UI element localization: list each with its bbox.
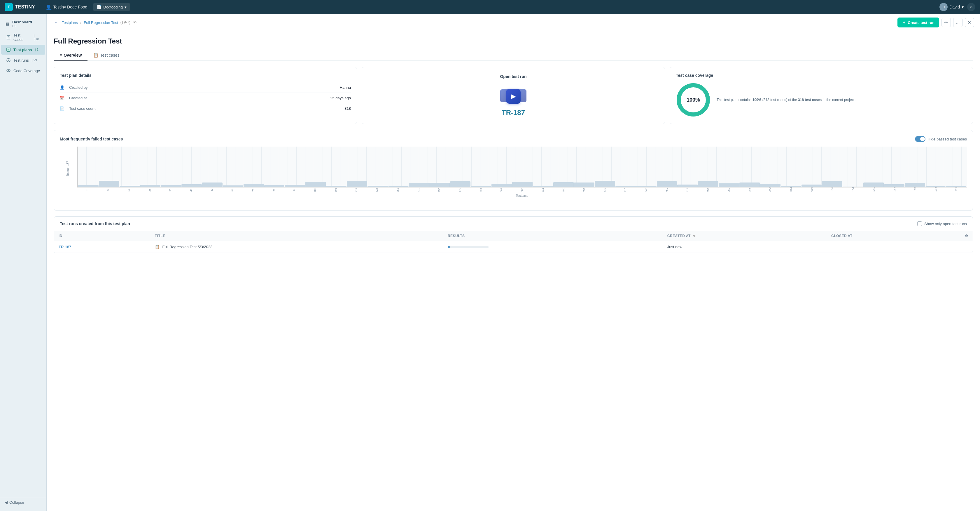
environment-selector[interactable]: 📄 Dogfooding ▾ [93, 3, 130, 11]
test-plans-label: Test plans [13, 48, 32, 52]
create-test-run-button[interactable]: ＋ Create test run [897, 18, 939, 27]
clipboard-icon [6, 35, 11, 40]
created-by-value: Hanna [340, 85, 351, 89]
x-tick: 969 [728, 187, 731, 192]
x-tick: 7 [86, 187, 89, 192]
chart-bar [636, 186, 657, 187]
app-logo[interactable]: T TESTINY [5, 3, 40, 11]
results-fill [448, 246, 450, 248]
coverage-desc-3: in the current project. [822, 98, 856, 102]
doc-icon: 📄 [60, 106, 65, 111]
run-id-link[interactable]: TR-187 [59, 245, 71, 249]
col-settings[interactable]: ⚙ [960, 231, 973, 241]
run-id[interactable]: TR-187 [502, 109, 525, 117]
chart-bar [99, 181, 119, 187]
collapse-label: Collapse [10, 500, 24, 505]
hide-passed-toggle[interactable] [915, 136, 926, 142]
chart-bar [264, 185, 285, 187]
dashboard-label: Dashboard [12, 20, 32, 24]
row-title: 📋 Full Regression Test 5/3/2023 [150, 241, 443, 253]
detail-test-case-count: 📄 Test case count 318 [60, 103, 351, 113]
more-icon: … [956, 20, 960, 25]
avatar: D [939, 3, 948, 11]
x-tick: 28 [148, 187, 151, 192]
show-open-checkbox[interactable] [917, 221, 922, 226]
y-axis-label: Testrun 187 [66, 161, 69, 176]
tab-test-cases[interactable]: 📋 Test cases [88, 50, 125, 61]
edit-button[interactable]: ✏ [942, 18, 951, 27]
chart-bar [140, 185, 161, 187]
x-tick: 1253 [955, 187, 958, 192]
sidebar-item-test-plans[interactable]: Test plans | 2 [1, 45, 45, 54]
row-settings [960, 241, 973, 253]
test-plan-details-card: Test plan details 👤 Created by Hanna 📅 C… [54, 67, 357, 124]
x-tick: 957 [707, 187, 710, 192]
project-selector[interactable]: 👤 Testiny Doge Food [43, 5, 90, 10]
chart-bar [533, 186, 553, 187]
coverage-percentage: 100% [687, 97, 700, 103]
chart-bar [719, 184, 739, 187]
col-results: RESULTS [443, 231, 663, 241]
collapse-button[interactable]: ◀ Collapse [0, 497, 46, 508]
breadcrumb-parent[interactable]: Testplans [62, 21, 78, 25]
sidebar-item-test-cases[interactable]: Test cases | 318 [1, 31, 45, 44]
sort-icon: ⇅ [693, 235, 696, 238]
row-id: TR-187 [54, 241, 150, 253]
col-closed-at: CLOSED AT [827, 231, 960, 241]
chart-bar [946, 186, 966, 187]
x-tick: 1014 [789, 187, 792, 192]
user-menu[interactable]: D David ▾ [939, 3, 964, 11]
chart-bar [843, 187, 863, 187]
calendar-icon: 📅 [60, 96, 65, 100]
chart-bar [181, 184, 202, 187]
app-name: TESTINY [15, 5, 35, 10]
notifications-icon[interactable]: ☺ [967, 3, 975, 11]
back-button[interactable]: ← [52, 19, 59, 26]
x-axis-label: Testcase [77, 194, 967, 197]
run-icon-container[interactable]: ▶ [500, 87, 527, 106]
create-run-label: Create test run [908, 21, 934, 25]
chart-bar [409, 183, 430, 187]
breadcrumb-actions: ＋ Create test run ✏ … ✕ [897, 18, 974, 27]
chart-bar [223, 185, 243, 187]
detail-created-by: 👤 Created by Hanna [60, 82, 351, 93]
toggle-container: Hide passed test cases [915, 136, 967, 142]
chart-bar [760, 184, 781, 187]
run-title: Full Regression Test 5/3/2023 [162, 245, 212, 249]
chart-bar [822, 181, 842, 187]
row-closed-at [827, 241, 960, 253]
x-tick: 813 [686, 187, 689, 192]
environment-name: Dogfooding [103, 5, 123, 10]
sidebar-item-test-runs[interactable]: Test runs | 29 [1, 55, 45, 65]
col-title: TITLE [150, 231, 443, 241]
sidebar-item-dashboard[interactable]: ▦ Dashboard DF [0, 18, 46, 30]
play-triangle-icon: ▶ [511, 93, 516, 100]
chart-bar [863, 182, 884, 187]
dashboard-icon: ▦ [5, 21, 10, 27]
open-run-title: Open test run [500, 74, 527, 79]
coverage-description: This test plan contains 100% (318 test c… [717, 97, 856, 102]
x-tick: 1134 [852, 187, 854, 192]
test-case-count-value: 318 [344, 106, 351, 111]
tab-overview[interactable]: ≡ Overview [54, 50, 88, 61]
x-tick: 759 [666, 187, 668, 192]
cards-row: Test plan details 👤 Created by Hanna 📅 C… [54, 67, 973, 124]
test-runs-label: Test runs [13, 58, 29, 62]
created-at-value: 25 days ago [330, 96, 351, 100]
sidebar-item-code-coverage[interactable]: Code Coverage [1, 66, 45, 76]
close-button[interactable]: ✕ [965, 18, 974, 27]
show-open-label: Show only open test runs [924, 222, 967, 226]
svg-marker-6 [8, 59, 10, 61]
chart-bar [740, 182, 760, 187]
collapse-icon: ◀ [5, 500, 8, 505]
x-tick: 9 [107, 187, 110, 192]
col-created-at: CREATED AT ⇅ [663, 231, 827, 241]
chart-bar [450, 181, 471, 187]
chart-bar [884, 184, 904, 187]
chart-bar [616, 186, 636, 187]
breadcrumb-current[interactable]: Full Regression Test [84, 21, 118, 25]
chart-section: Most frequently failed test cases Hide p… [54, 130, 973, 211]
toggle-label: Hide passed test cases [928, 137, 967, 141]
more-button[interactable]: … [953, 18, 963, 27]
chart-bar [368, 186, 388, 187]
